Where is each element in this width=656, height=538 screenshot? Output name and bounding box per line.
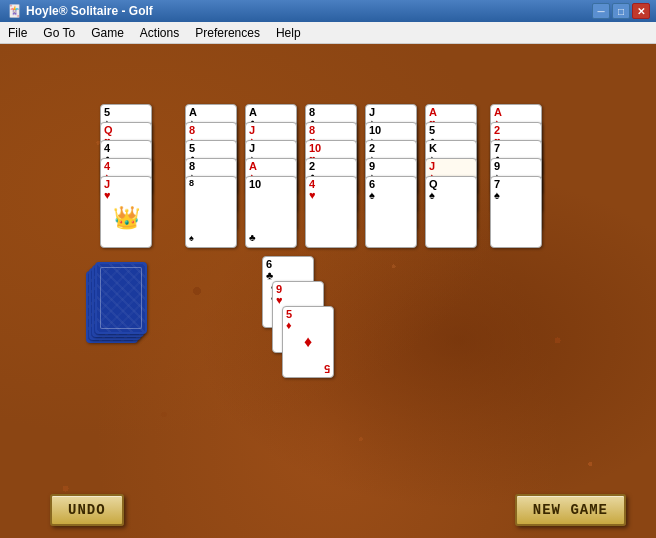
deck-pile[interactable] xyxy=(95,262,147,334)
undo-button[interactable]: UNDO xyxy=(50,494,124,526)
close-button[interactable]: ✕ xyxy=(632,3,650,19)
card-6s-c5r4[interactable]: 6♠ xyxy=(365,176,417,248)
card-8s2-c2r4[interactable]: 8 ♠ xyxy=(185,176,237,248)
card-10s-c3r4[interactable]: 10 ♣ xyxy=(245,176,297,248)
window-controls: ─ □ ✕ xyxy=(592,3,650,19)
menu-preferences[interactable]: Preferences xyxy=(187,22,268,43)
maximize-button[interactable]: □ xyxy=(612,3,630,19)
card-qs-c6r4[interactable]: Q♠ xyxy=(425,176,477,248)
menu-file[interactable]: File xyxy=(0,22,35,43)
app-icon: 🃏 xyxy=(6,3,22,19)
card-4h-c4r4[interactable]: 4♥ xyxy=(305,176,357,248)
game-area: 5♠ Q♥ 4♣ 4♦ J♥ 👑 A♠ 8♦ 5♣ 8♠ 8 ♠ A♣ J♦ J… xyxy=(0,44,656,538)
waste-card-5d[interactable]: 5 ♦ ♦ 5 xyxy=(282,306,334,378)
minimize-button[interactable]: ─ xyxy=(592,3,610,19)
window-title: Hoyle® Solitaire - Golf xyxy=(26,4,592,18)
menu-game[interactable]: Game xyxy=(83,22,132,43)
card-jh-c1r4[interactable]: J♥ 👑 xyxy=(100,176,152,248)
menu-bar: File Go To Game Actions Preferences Help xyxy=(0,22,656,44)
menu-help[interactable]: Help xyxy=(268,22,309,43)
new-game-button[interactable]: NEW GAME xyxy=(515,494,626,526)
card-7s-c7r4[interactable]: 7♠ xyxy=(490,176,542,248)
title-bar: 🃏 Hoyle® Solitaire - Golf ─ □ ✕ xyxy=(0,0,656,22)
menu-actions[interactable]: Actions xyxy=(132,22,187,43)
menu-goto[interactable]: Go To xyxy=(35,22,83,43)
